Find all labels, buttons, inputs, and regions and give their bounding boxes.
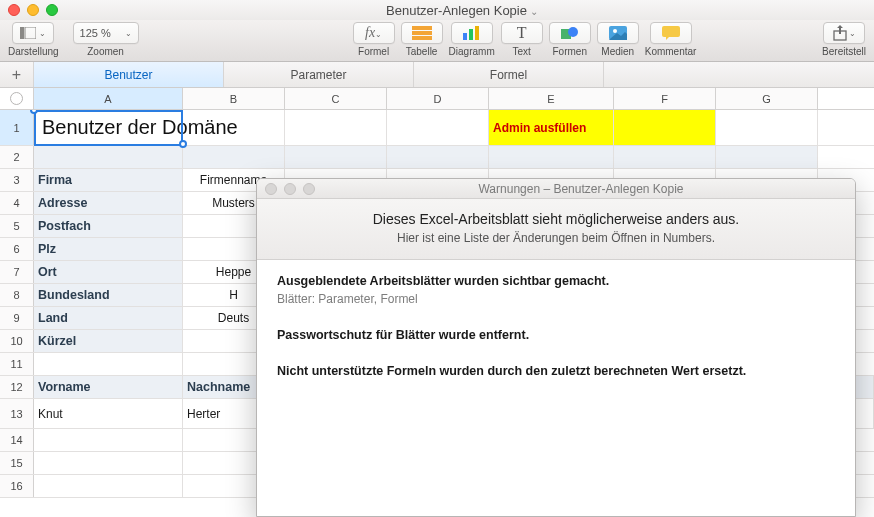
- minimize-window-button[interactable]: [27, 4, 39, 16]
- svg-rect-12: [662, 26, 680, 37]
- row-header-16[interactable]: 16: [0, 475, 34, 497]
- cell-D2[interactable]: [387, 146, 489, 168]
- warning-item: Nicht unterstützte Formeln wurden durch …: [277, 364, 835, 378]
- toolbar: ⌄ Darstellung 125 % ⌄ Zoomen fx⌄ Formel …: [0, 20, 874, 62]
- cell-A8[interactable]: Bundesland: [34, 284, 183, 306]
- share-button[interactable]: ⌄: [823, 22, 865, 44]
- row-header-14[interactable]: 14: [0, 429, 34, 451]
- view-button[interactable]: ⌄: [12, 22, 54, 44]
- close-window-button[interactable]: [8, 4, 20, 16]
- cell-F1[interactable]: [614, 110, 716, 145]
- column-header-G[interactable]: G: [716, 88, 818, 109]
- row-1: 1 Benutzer der Domäne Admin ausfüllen: [0, 110, 874, 146]
- warn-zoom-button[interactable]: [303, 183, 315, 195]
- sheet-tab-parameter[interactable]: Parameter: [224, 62, 414, 87]
- cell-B2[interactable]: [183, 146, 285, 168]
- title-chevron-icon[interactable]: ⌄: [530, 6, 538, 17]
- chart-label: Diagramm: [449, 46, 495, 57]
- svg-rect-3: [412, 31, 432, 35]
- row-header-7[interactable]: 7: [0, 261, 34, 283]
- row-header-13[interactable]: 13: [0, 399, 34, 428]
- zoom-value: 125 %: [80, 27, 111, 39]
- column-header-B[interactable]: B: [183, 88, 285, 109]
- cell-C2[interactable]: [285, 146, 387, 168]
- row-header-8[interactable]: 8: [0, 284, 34, 306]
- sheet-tab-benutzer[interactable]: Benutzer: [34, 62, 224, 87]
- cell-A3[interactable]: Firma: [34, 169, 183, 191]
- comment-label: Kommentar: [645, 46, 697, 57]
- share-label: Bereitstell: [822, 46, 866, 57]
- row-header-9[interactable]: 9: [0, 307, 34, 329]
- text-button[interactable]: T: [501, 22, 543, 44]
- formula-button[interactable]: fx⌄: [353, 22, 395, 44]
- warnings-body: Ausgeblendete Arbeitsblätter wurden sich…: [257, 260, 855, 414]
- warnings-window[interactable]: Warnungen – Benutzer-Anlegen Kopie Diese…: [256, 178, 856, 517]
- row-header-3[interactable]: 3: [0, 169, 34, 191]
- column-header-C[interactable]: C: [285, 88, 387, 109]
- shapes-icon: [561, 26, 579, 40]
- add-sheet-button[interactable]: +: [0, 62, 34, 87]
- row-header-2[interactable]: 2: [0, 146, 34, 168]
- warnings-subhead: Hier ist eine Liste der Änderungen beim …: [273, 231, 839, 245]
- table-button[interactable]: [401, 22, 443, 44]
- cell-C1[interactable]: [285, 110, 387, 145]
- cell-A12[interactable]: Vorname: [34, 376, 183, 398]
- cell-A4[interactable]: Adresse: [34, 192, 183, 214]
- chart-button[interactable]: [451, 22, 493, 44]
- row-header-6[interactable]: 6: [0, 238, 34, 260]
- cell-A1[interactable]: Benutzer der Domäne: [34, 110, 183, 145]
- cell-G2[interactable]: [716, 146, 818, 168]
- cell-A13[interactable]: Knut: [34, 399, 183, 428]
- tab-label: Benutzer: [104, 68, 152, 82]
- warn-close-button[interactable]: [265, 183, 277, 195]
- svg-point-11: [613, 29, 617, 33]
- warnings-header: Dieses Excel-Arbeitsblatt sieht mögliche…: [257, 199, 855, 260]
- cell-F2[interactable]: [614, 146, 716, 168]
- zoom-label: Zoomen: [87, 46, 124, 57]
- warning-title: Ausgeblendete Arbeitsblätter wurden sich…: [277, 274, 835, 288]
- cell-B1[interactable]: [183, 110, 285, 145]
- warnings-titlebar[interactable]: Warnungen – Benutzer-Anlegen Kopie: [257, 179, 855, 199]
- row-2: 2: [0, 146, 874, 169]
- cell-A10[interactable]: Kürzel: [34, 330, 183, 352]
- comment-button[interactable]: [650, 22, 692, 44]
- cell-A2[interactable]: [34, 146, 183, 168]
- zoom-dropdown[interactable]: 125 % ⌄: [73, 22, 139, 44]
- cell-D1[interactable]: [387, 110, 489, 145]
- cell-E2[interactable]: [489, 146, 614, 168]
- media-button[interactable]: [597, 22, 639, 44]
- warning-item: Ausgeblendete Arbeitsblätter wurden sich…: [277, 274, 835, 306]
- sheet-tab-formel[interactable]: Formel: [414, 62, 604, 87]
- cell-G1[interactable]: [716, 110, 818, 145]
- cell-E1[interactable]: Admin ausfüllen: [489, 110, 614, 145]
- cell-A5[interactable]: Postfach: [34, 215, 183, 237]
- window-title: Benutzer-Anlegen Kopie⌄: [58, 3, 866, 18]
- share-icon: [833, 25, 847, 41]
- column-header-E[interactable]: E: [489, 88, 614, 109]
- row-header-1[interactable]: 1: [0, 110, 34, 145]
- formula-label: Formel: [358, 46, 389, 57]
- row-header-15[interactable]: 15: [0, 452, 34, 474]
- warning-sub: Blätter: Parameter, Formel: [277, 292, 835, 306]
- row-header-10[interactable]: 10: [0, 330, 34, 352]
- select-all-corner[interactable]: [0, 88, 34, 109]
- row-header-4[interactable]: 4: [0, 192, 34, 214]
- column-header-A[interactable]: A: [34, 88, 183, 109]
- window-titlebar: Benutzer-Anlegen Kopie⌄: [0, 0, 874, 20]
- cell-A9[interactable]: Land: [34, 307, 183, 329]
- row-header-12[interactable]: 12: [0, 376, 34, 398]
- cell-A6[interactable]: Plz: [34, 238, 183, 260]
- row-header-5[interactable]: 5: [0, 215, 34, 237]
- row-header-11[interactable]: 11: [0, 353, 34, 375]
- warning-title: Nicht unterstützte Formeln wurden durch …: [277, 364, 835, 378]
- cell-A7[interactable]: Ort: [34, 261, 183, 283]
- column-header-D[interactable]: D: [387, 88, 489, 109]
- selection-handle[interactable]: [179, 140, 187, 148]
- warn-min-button[interactable]: [284, 183, 296, 195]
- media-label: Medien: [601, 46, 634, 57]
- zoom-window-button[interactable]: [46, 4, 58, 16]
- view-icon: ⌄: [20, 27, 46, 39]
- shapes-button[interactable]: [549, 22, 591, 44]
- column-header-F[interactable]: F: [614, 88, 716, 109]
- text-label: Text: [513, 46, 531, 57]
